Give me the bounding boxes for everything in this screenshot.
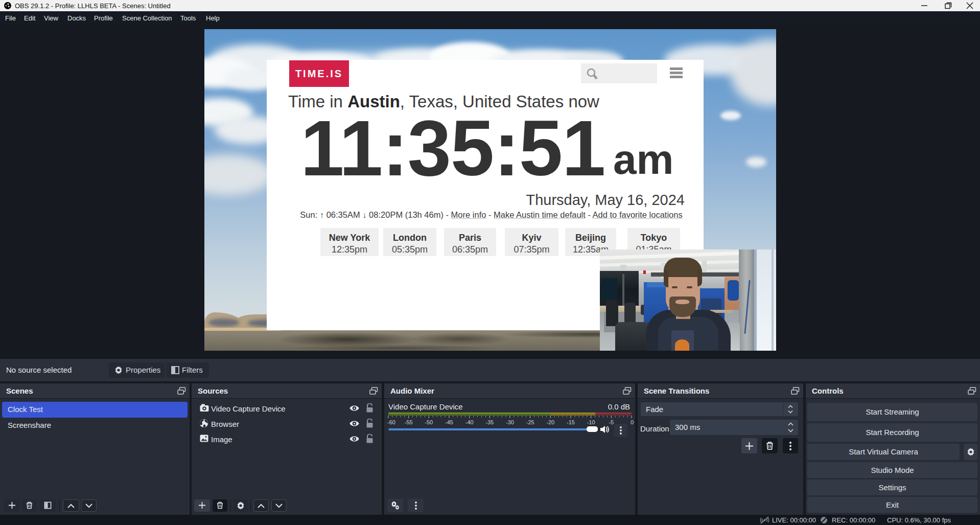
svg-text:-45: -45 xyxy=(445,419,453,425)
svg-text:-30: -30 xyxy=(506,419,514,425)
svg-text:0: 0 xyxy=(631,419,634,425)
svg-text:-40: -40 xyxy=(465,419,474,425)
svg-text:-25: -25 xyxy=(526,419,534,425)
svg-text:-15: -15 xyxy=(567,419,575,425)
svg-text:-5: -5 xyxy=(609,419,614,425)
svg-text:-60: -60 xyxy=(387,419,395,425)
svg-text:-50: -50 xyxy=(425,419,433,425)
svg-text:-10: -10 xyxy=(587,419,595,425)
svg-text:-20: -20 xyxy=(546,419,554,425)
svg-text:-55: -55 xyxy=(405,419,413,425)
svg-text:-35: -35 xyxy=(485,419,494,425)
